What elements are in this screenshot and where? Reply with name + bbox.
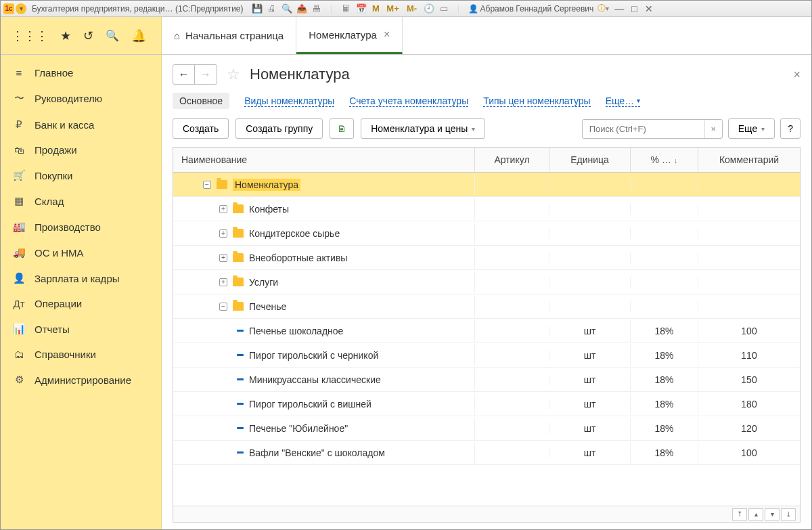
clock-icon[interactable]: 🕘 [424,3,434,14]
table-row[interactable]: Печенье шоколадноешт18%100 [173,319,800,343]
sidebar-item[interactable]: ₽Банк и касса [1,112,161,137]
sidebar-item[interactable]: ▦Склад [1,188,161,214]
cell-unit: шт [549,369,631,391]
col-unit-header[interactable]: Единица [549,148,631,172]
favorite-star-icon[interactable]: ★ [60,28,71,43]
memory-mminus-icon[interactable]: M- [405,3,420,14]
table-row[interactable]: Пирог тирольский с черникойшт18%110 [173,343,800,368]
table-row[interactable]: Пирог тирольский с вишнейшт18%180 [173,392,800,416]
search-clear-button[interactable]: × [704,120,722,138]
sort-arrow-icon: ↓ [674,156,678,164]
history-icon[interactable]: ↺ [83,28,93,43]
memory-m-icon[interactable]: M [371,3,382,14]
cell-comment: 120 [698,418,800,439]
navlink-price-types[interactable]: Типы цен номенклатуры [483,95,590,107]
cell-article [475,252,549,263]
col-percent-header[interactable]: % …↓ [631,148,698,172]
preview-icon[interactable]: 🔍 [281,3,292,14]
save-icon[interactable]: 💾 [252,3,263,14]
col-comment-header[interactable]: Комментарий [698,148,800,172]
notifications-bell-icon[interactable]: 🔔 [131,28,146,43]
scroll-bottom-button[interactable]: ⤓ [781,508,796,521]
table-row[interactable]: +Конфеты [173,197,800,221]
sidebar-item[interactable]: 〜Руководителю [1,85,161,112]
create-group-button[interactable]: Создать группу [235,118,323,139]
user-icon: 👤 [468,4,478,14]
tab-bar: ⋮⋮⋮ ★ ↺ 🔍 🔔 ⌂ Начальная страница Номенкл… [1,17,811,55]
create-button[interactable]: Создать [173,118,229,139]
maximize-button[interactable]: □ [628,3,640,14]
about-box-icon[interactable]: ▭ [438,3,449,14]
navlink-more[interactable]: Еще… ▾ [606,95,641,107]
sidebar-item[interactable]: 🗂Справочники [1,342,161,367]
col-name-header[interactable]: Наименование [173,148,475,172]
cell-percent: 18% [631,442,698,464]
current-user[interactable]: 👤 Абрамов Геннадий Сергеевич [468,4,594,14]
navlink-accounts[interactable]: Счета учета номенклатуры [349,95,468,107]
close-window-button[interactable]: ✕ [643,3,655,14]
expand-toggle-icon[interactable]: + [219,205,227,213]
expand-toggle-icon[interactable]: + [219,254,227,262]
cell-unit: шт [549,442,631,464]
nav-back-button[interactable]: ← [173,65,195,84]
folder-icon [217,180,227,189]
sidebar-item[interactable]: 🏭Производство [1,214,161,240]
content-close-button[interactable]: × [793,68,800,82]
table-row[interactable]: Печенье "Юбилейное"шт18%120 [173,416,800,441]
window-title: Бухгалтерия предприятия, редакци… (1С:Пр… [32,4,244,14]
sidebar-item[interactable]: ⚙Администрирование [1,367,161,393]
table-row[interactable]: +Услуги [173,270,800,294]
sidebar-item[interactable]: 📊Отчеты [1,316,161,342]
navlink-types[interactable]: Виды номенклатуры [244,95,334,107]
table-row[interactable]: Миникруассаны классическиешт18%150 [173,368,800,392]
cell-article [475,374,549,385]
more-actions-button[interactable]: Еще ▾ [728,118,775,139]
table-row[interactable]: −Печенье [173,294,800,319]
scroll-down-button[interactable]: ▾ [765,508,780,521]
import-button[interactable]: 🗎 [330,118,354,139]
table-row[interactable]: +Кондитерское сырье [173,221,800,246]
apps-grid-icon[interactable]: ⋮⋮⋮ [12,28,48,43]
scroll-top-button[interactable]: ⤒ [732,508,747,521]
expand-toggle-icon[interactable]: − [219,303,227,311]
tab-home[interactable]: ⌂ Начальная страница [162,17,296,54]
table-row[interactable]: −Номенклатура [173,173,800,197]
expand-toggle-icon[interactable]: + [219,229,227,238]
search-icon[interactable]: 🔍 [106,29,119,42]
favorite-toggle-icon[interactable]: ☆ [227,66,240,83]
scroll-up-button[interactable]: ▴ [748,508,763,521]
doc-print-icon[interactable]: 🖶 [311,3,322,14]
memory-mplus-icon[interactable]: M+ [386,3,401,14]
sidebar-item-icon: 🏭 [13,221,25,233]
sidebar-item[interactable]: 🛒Покупки [1,162,161,188]
sidebar-item[interactable]: ≡Главное [1,60,161,85]
minimize-button[interactable]: — [613,3,625,14]
col-article-header[interactable]: Артикул [475,148,549,172]
sidebar-item[interactable]: 🛍Продажи [1,137,161,162]
print-icon[interactable]: 🖨 [267,3,277,14]
tab-nomenclature[interactable]: Номенклатура × [296,17,403,54]
prices-dropdown-button[interactable]: Номенклатура и цены ▾ [361,118,485,139]
navlink-main[interactable]: Основное [173,93,229,109]
search-input[interactable] [583,120,704,138]
info-dropdown-icon[interactable]: ▾ [606,5,609,12]
nav-forward-button[interactable]: → [195,65,217,84]
calendar-icon[interactable]: 📅 [356,3,367,14]
sidebar-item[interactable]: ДтОперации [1,291,161,316]
expand-toggle-icon[interactable]: − [203,181,211,189]
sidebar-item-icon: ≡ [13,67,25,79]
sidebar-item[interactable]: 🚚ОС и НМА [1,240,161,265]
expand-toggle-icon[interactable]: + [219,278,227,286]
table-row[interactable]: +Внеоборотные активы [173,246,800,270]
title-dropdown-icon[interactable]: ▾ [16,3,26,14]
doc-send-icon[interactable]: 📤 [296,3,307,14]
cell-article [475,447,549,458]
tab-close-icon[interactable]: × [384,28,390,41]
info-icon[interactable]: ⓘ [597,3,606,14]
row-name: Пирог тирольский с вишней [249,399,371,410]
tab-nomenclature-label: Номенклатура [309,29,377,41]
sidebar-item[interactable]: 👤Зарплата и кадры [1,265,161,291]
calculator-icon[interactable]: 🖩 [341,3,352,14]
table-row[interactable]: Вафли "Венские" с шоколадомшт18%100 [173,441,800,465]
help-button[interactable]: ? [780,118,800,139]
